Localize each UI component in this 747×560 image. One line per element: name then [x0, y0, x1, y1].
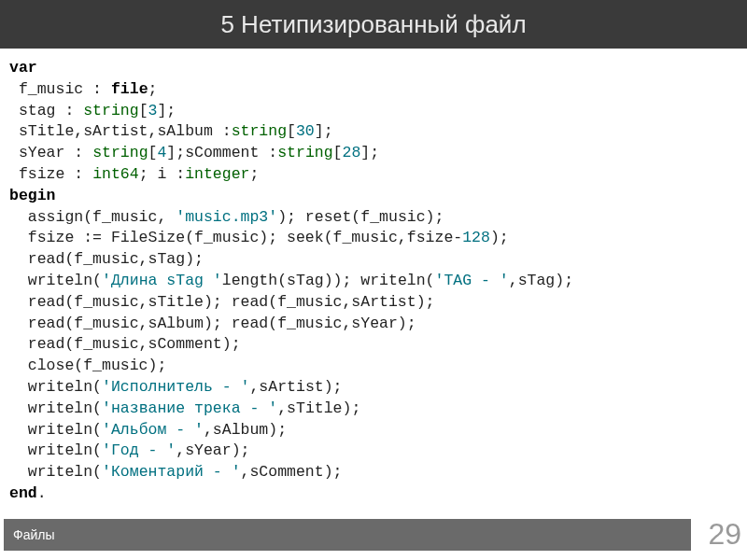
- footer: Файлы 29: [0, 517, 747, 553]
- dot: .: [37, 484, 47, 502]
- semi: ;: [324, 122, 333, 140]
- lbr: [: [287, 122, 296, 140]
- semi: ;: [370, 144, 379, 161]
- num-128: 128: [462, 229, 490, 246]
- kw-var: var: [9, 59, 37, 77]
- w-title-r: ,sTitle);: [277, 399, 360, 417]
- i-decl: ; i :: [139, 165, 186, 183]
- fsize-r: );: [490, 229, 509, 246]
- w-album-r: ,sAlbum);: [204, 421, 287, 439]
- type-file: file: [111, 80, 148, 98]
- slide-title: 5 Нетипизированный файл: [0, 0, 747, 49]
- decl-stag: stag :: [9, 102, 83, 119]
- type-string: string: [92, 144, 148, 161]
- type-string: string: [83, 102, 138, 119]
- assign-r: ); reset(f_music);: [277, 208, 444, 226]
- read3: read(f_music,sAlbum); read(f_music,sYear…: [9, 315, 416, 332]
- lbr: [: [333, 144, 343, 161]
- w-comment-l: writeln(: [9, 463, 102, 481]
- str-artist: 'Исполнитель - ': [102, 378, 249, 396]
- page-number: 29: [708, 517, 741, 552]
- num-4: 4: [157, 144, 166, 161]
- code-block: var f_music : file; stag : string[3]; sT…: [0, 49, 747, 509]
- fsize-l: fsize := FileSize(f_music); seek(f_music…: [9, 229, 462, 246]
- close: close(f_music);: [9, 357, 166, 374]
- rbr: ]: [157, 102, 166, 119]
- lbr: [: [139, 102, 148, 119]
- rbr: ]: [166, 144, 176, 161]
- str-comment: 'Коментарий - ': [102, 463, 241, 481]
- rbr: ]: [360, 144, 370, 161]
- type-integer: integer: [185, 165, 249, 183]
- read4: read(f_music,sComment);: [9, 335, 241, 353]
- w-title-l: writeln(: [9, 399, 102, 417]
- num-28: 28: [343, 144, 361, 161]
- w-album-l: writeln(: [9, 421, 102, 439]
- w-artist-r: ,sArtist);: [249, 378, 342, 396]
- str-tag: 'TAG - ': [435, 272, 509, 289]
- footer-label: Файлы: [4, 519, 691, 551]
- w-year-r: ,sYear);: [176, 441, 249, 459]
- w-artist-l: writeln(: [9, 378, 102, 396]
- kw-begin: begin: [9, 187, 56, 204]
- lbr: [: [148, 144, 158, 161]
- rbr: ]: [315, 122, 324, 140]
- num-3: 3: [148, 102, 158, 119]
- decl-syear: sYear :: [9, 144, 92, 161]
- read2: read(f_music,sTitle); read(f_music,sArti…: [9, 293, 434, 311]
- assign-l: assign(f_music,: [9, 208, 176, 226]
- type-string: string: [277, 144, 332, 161]
- decl-fsize: fsize :: [9, 165, 92, 183]
- kw-end: end: [9, 484, 37, 502]
- w-comment-r: ,sComment);: [241, 463, 343, 481]
- read-stag: read(f_music,sTag);: [9, 250, 204, 268]
- w-year-l: writeln(: [9, 441, 102, 459]
- semi: ;: [249, 165, 259, 183]
- str-year: 'Год - ': [102, 441, 176, 459]
- str-album: 'Альбом - ': [102, 421, 204, 439]
- scomment-lbl: ;sComment :: [176, 144, 277, 161]
- num-30: 30: [296, 122, 315, 140]
- decl-fmusic: f_music :: [9, 80, 111, 98]
- wr1-r: ,sTag);: [509, 272, 573, 289]
- str-music: 'music.mp3': [176, 208, 277, 226]
- semi: ;: [148, 80, 158, 98]
- decl-title: sTitle,sArtist,sAlbum :: [9, 122, 232, 140]
- semi: ;: [166, 102, 176, 119]
- type-string: string: [232, 122, 287, 140]
- str-dlina: 'Длина sTag ': [102, 272, 222, 289]
- str-title: 'название трека - ': [102, 399, 277, 417]
- wr1-m: length(sTag)); writeln(: [222, 272, 435, 289]
- wr1-l: writeln(: [9, 272, 102, 289]
- type-int64: int64: [92, 165, 139, 183]
